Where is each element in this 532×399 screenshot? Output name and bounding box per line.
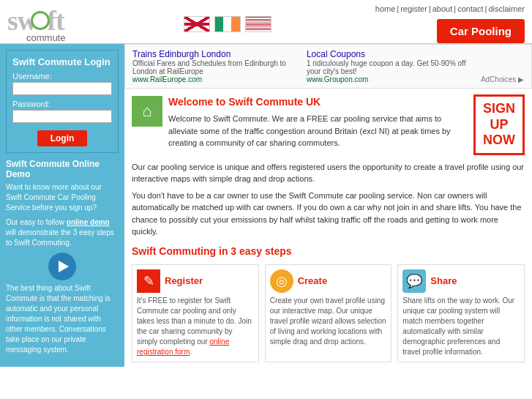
register-title: Register	[165, 275, 203, 286]
welcome-title: Welcome to Swift Commute UK	[168, 94, 462, 110]
logo-area: swft commute	[7, 4, 65, 43]
ad-item-1: Trains Edinburgh London Official Fares a…	[132, 49, 299, 83]
nav-home[interactable]: home	[375, 4, 396, 13]
welcome-text: Welcome to Swift Commute UK Welcome to S…	[168, 94, 462, 149]
password-input[interactable]	[12, 110, 112, 123]
welcome-section: ⌂ Welcome to Swift Commute UK Welcome to…	[124, 89, 532, 161]
nav-disclaimer[interactable]: disclaimer	[488, 4, 525, 13]
share-title: Share	[430, 275, 457, 286]
register-text: It's FREE to register for Swift Commute …	[137, 296, 254, 357]
ad-link-2[interactable]: Local Coupons	[307, 49, 365, 59]
demo-section: Swift Commute Online Demo Want to know m…	[6, 159, 119, 359]
content-area: Trains Edinburgh London Official Fares a…	[124, 44, 532, 367]
us-flag[interactable]	[245, 16, 271, 32]
login-button[interactable]: Login	[37, 130, 88, 146]
header-right: home | register | about | contact | disc…	[375, 4, 525, 43]
ad-item-2: Local Coupons 1 ridiculously huge coupon…	[307, 49, 473, 83]
ad-url-1: www.RailEurope.com	[132, 75, 299, 83]
ad-link-1[interactable]: Trains Edinburgh London	[132, 49, 231, 59]
body-text-3: You don't have to be a car owner to use …	[124, 190, 532, 242]
uk-flag[interactable]	[184, 16, 210, 32]
play-icon	[59, 261, 69, 272]
ad-banner: Trains Edinburgh London Official Fares a…	[124, 44, 532, 89]
demo-text-1: Want to know more about our Swift Commut…	[6, 182, 119, 213]
demo-text-2: Our easy to follow online demo will demo…	[6, 217, 119, 248]
nav-about[interactable]: about	[432, 4, 453, 13]
password-label: Password:	[12, 100, 112, 108]
share-icon: 💬	[402, 269, 426, 293]
steps-title: Swift Commuting in 3 easy steps	[124, 242, 532, 260]
ad-url-2: www.Groupon.com	[307, 75, 473, 83]
step-share: 💬 Share Share lifts on the way to work. …	[397, 264, 525, 362]
page-header: swft commute home | register | about | c…	[0, 0, 532, 44]
ireland-flag[interactable]	[214, 16, 241, 32]
sign-up-box[interactable]: SIGN UP NOW	[473, 94, 525, 155]
step-create-header: ◎ Create	[270, 269, 387, 293]
create-icon: ◎	[270, 269, 293, 293]
login-title: Swift Commute Login	[12, 56, 112, 67]
body-text-2: Our car pooling service is unique and of…	[124, 161, 532, 190]
ad-desc-2: 1 ridiculously huge coupon a day. Get 50…	[307, 59, 473, 75]
username-input[interactable]	[12, 82, 112, 95]
login-box: Swift Commute Login Username: Password: …	[6, 50, 119, 153]
create-title: Create	[298, 275, 327, 286]
ad-choices: AdChoices ▶	[481, 75, 524, 83]
username-label: Username:	[12, 72, 112, 81]
step-register: ✎ Register It's FREE to register for Swi…	[132, 264, 259, 362]
house-icon: ⌂	[132, 96, 162, 127]
share-text: Share lifts on the way to work. Our uniq…	[402, 296, 520, 357]
main-layout: Swift Commute Login Username: Password: …	[0, 44, 532, 367]
step-create: ◎ Create Create your own travel profile …	[265, 264, 392, 362]
nav-register[interactable]: register	[400, 4, 427, 13]
nav-contact[interactable]: contact	[457, 4, 483, 13]
demo-title: Swift Commute Online Demo	[6, 159, 119, 179]
create-text: Create your own travel profile using our…	[270, 296, 387, 347]
welcome-body-1: Welcome to Swift Commute. We are a FREE …	[168, 114, 451, 147]
step-share-header: 💬 Share	[402, 269, 520, 293]
car-pooling-button[interactable]: Car Pooling	[437, 19, 525, 43]
sidebar: Swift Commute Login Username: Password: …	[0, 44, 124, 367]
ad-desc-1: Official Fares and Schedules from Edinbu…	[132, 59, 299, 75]
demo-text-3: The best thing about Swift Commute is th…	[6, 283, 119, 355]
register-icon: ✎	[137, 269, 160, 293]
flags-area	[184, 16, 271, 32]
step-register-header: ✎ Register	[137, 269, 254, 293]
online-demo-link[interactable]: online demo	[67, 218, 110, 226]
steps-row: ✎ Register It's FREE to register for Swi…	[124, 260, 532, 367]
nav-links: home | register | about | contact | disc…	[375, 4, 525, 13]
demo-play-button[interactable]	[48, 253, 76, 280]
